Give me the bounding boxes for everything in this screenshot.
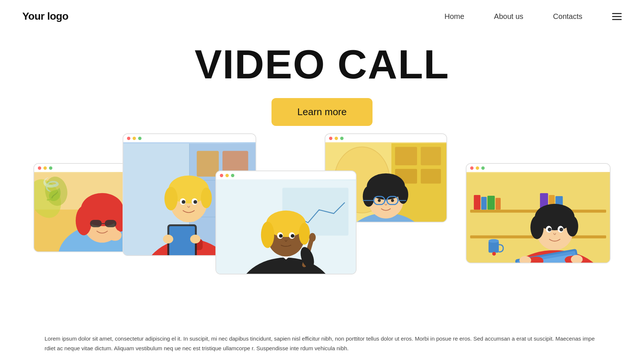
svg-rect-96 (481, 197, 487, 210)
svg-point-66 (279, 234, 283, 238)
svg-point-63 (299, 223, 310, 245)
svg-point-54 (163, 235, 173, 244)
svg-point-67 (291, 234, 295, 238)
svg-point-33 (108, 230, 122, 241)
svg-rect-30 (90, 220, 102, 227)
illustration-area: ♥ 🍃 (0, 133, 644, 293)
svg-rect-39 (197, 151, 219, 176)
learn-more-button[interactable]: Learn more (271, 98, 373, 126)
svg-point-121 (571, 255, 583, 263)
logo: Your logo (22, 10, 68, 22)
nav-home[interactable]: Home (445, 12, 464, 21)
nav: Home About us Contacts (445, 12, 622, 21)
svg-rect-76 (421, 169, 441, 184)
video-window-right (466, 163, 611, 263)
svg-point-89 (378, 199, 381, 202)
svg-point-62 (261, 222, 274, 248)
svg-rect-31 (105, 220, 117, 227)
svg-point-82 (363, 186, 375, 207)
svg-point-50 (182, 200, 185, 204)
svg-rect-98 (495, 198, 501, 210)
svg-point-110 (566, 216, 578, 236)
footer-text: Lorem ipsum dolor sit amet, consectetur … (45, 334, 599, 353)
hamburger-menu[interactable] (612, 13, 622, 20)
svg-rect-95 (474, 195, 481, 210)
svg-point-46 (165, 187, 178, 210)
svg-point-51 (193, 200, 197, 204)
video-window-center (215, 170, 357, 274)
svg-point-114 (559, 228, 563, 231)
svg-point-55 (190, 235, 201, 244)
hero-title: VIDEO CALL (0, 44, 644, 85)
svg-point-83 (398, 185, 409, 204)
svg-rect-73 (395, 147, 417, 165)
svg-point-47 (201, 188, 212, 208)
nav-about[interactable]: About us (494, 12, 523, 21)
svg-point-109 (530, 215, 544, 239)
svg-point-113 (548, 228, 552, 231)
svg-point-28 (76, 206, 92, 235)
header: Your logo Home About us Contacts (0, 0, 644, 33)
nav-contacts[interactable]: Contacts (553, 12, 582, 21)
svg-point-69 (309, 233, 316, 242)
svg-point-90 (391, 199, 394, 202)
svg-rect-97 (487, 196, 495, 210)
hero-section: VIDEO CALL Learn more (0, 33, 644, 126)
svg-point-104 (492, 252, 496, 256)
svg-point-103 (488, 239, 499, 243)
svg-rect-74 (421, 147, 441, 165)
